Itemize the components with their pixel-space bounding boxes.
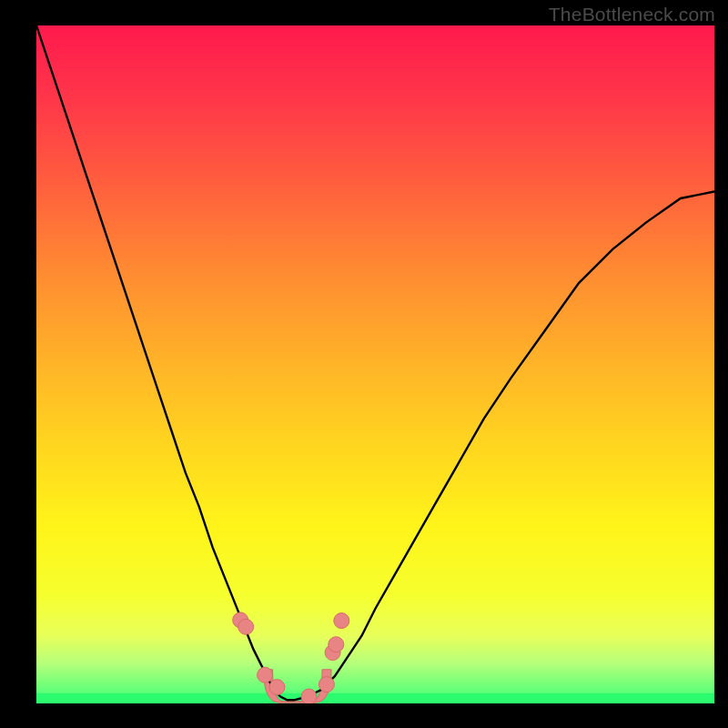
data-marker xyxy=(318,677,334,693)
curve xyxy=(36,25,714,700)
data-marker xyxy=(269,680,285,695)
svg-rect-0 xyxy=(36,693,714,703)
plot-area xyxy=(36,25,714,703)
watermark-text: TheBottleneck.com xyxy=(549,4,715,25)
data-marker xyxy=(334,613,349,629)
data-marker xyxy=(258,667,273,682)
data-markers xyxy=(233,612,349,703)
chart-svg xyxy=(36,25,714,703)
data-marker xyxy=(301,689,317,703)
data-marker xyxy=(238,619,254,634)
green-band xyxy=(36,693,714,703)
chart-frame: TheBottleneck.com xyxy=(0,0,728,728)
data-marker xyxy=(329,637,344,652)
